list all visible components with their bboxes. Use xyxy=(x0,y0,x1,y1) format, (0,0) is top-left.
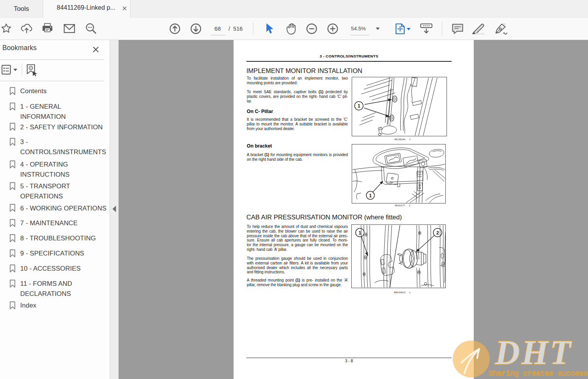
svg-text:DHT: DHT xyxy=(495,338,572,371)
svg-text:1: 1 xyxy=(359,230,361,236)
svg-text:Sharing creates success: Sharing creates success xyxy=(489,369,588,378)
svg-text:2: 2 xyxy=(436,230,439,236)
svg-text:1: 1 xyxy=(369,193,372,198)
svg-text:1: 1 xyxy=(358,103,360,109)
